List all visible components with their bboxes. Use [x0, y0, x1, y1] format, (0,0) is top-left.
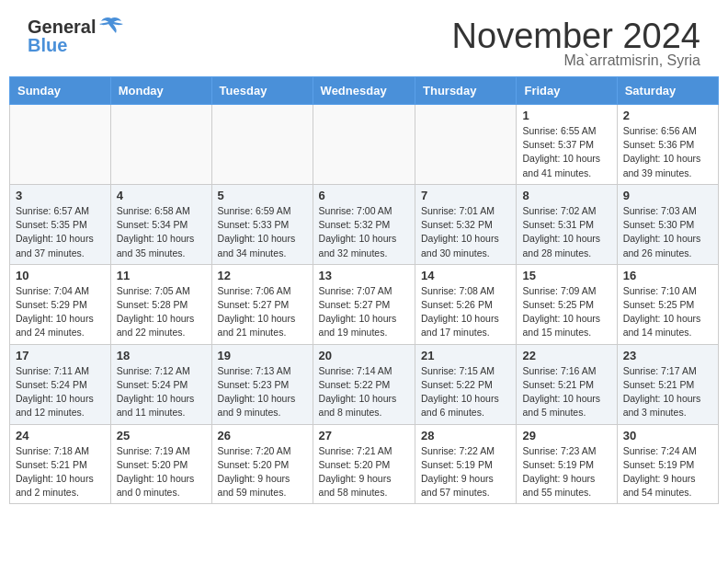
day-number: 10	[16, 269, 105, 282]
calendar-week-row: 3Sunrise: 6:57 AM Sunset: 5:35 PM Daylig…	[10, 184, 719, 264]
day-info: Sunrise: 7:18 AM Sunset: 5:21 PM Dayligh…	[16, 445, 94, 499]
table-row: 7Sunrise: 7:01 AM Sunset: 5:32 PM Daylig…	[415, 184, 517, 264]
day-info: Sunrise: 7:01 AM Sunset: 5:32 PM Dayligh…	[421, 205, 499, 259]
logo-bird-icon	[97, 17, 125, 37]
day-info: Sunrise: 7:02 AM Sunset: 5:31 PM Dayligh…	[522, 205, 600, 259]
logo-general: General	[28, 17, 96, 37]
day-info: Sunrise: 7:05 AM Sunset: 5:28 PM Dayligh…	[117, 285, 195, 339]
day-number: 12	[218, 269, 307, 282]
table-row: 5Sunrise: 6:59 AM Sunset: 5:33 PM Daylig…	[211, 184, 313, 264]
day-number: 9	[623, 189, 712, 202]
day-number: 15	[522, 269, 610, 282]
day-info: Sunrise: 7:04 AM Sunset: 5:29 PM Dayligh…	[16, 285, 94, 339]
day-info: Sunrise: 7:19 AM Sunset: 5:20 PM Dayligh…	[117, 445, 195, 499]
table-row: 25Sunrise: 7:19 AM Sunset: 5:20 PM Dayli…	[110, 424, 211, 504]
day-number: 23	[623, 349, 712, 362]
table-row: 4Sunrise: 6:58 AM Sunset: 5:34 PM Daylig…	[110, 184, 211, 264]
day-number: 11	[117, 269, 206, 282]
day-info: Sunrise: 7:20 AM Sunset: 5:20 PM Dayligh…	[218, 445, 291, 499]
day-number: 2	[623, 109, 712, 122]
table-row: 8Sunrise: 7:02 AM Sunset: 5:31 PM Daylig…	[517, 184, 617, 264]
table-row: 23Sunrise: 7:17 AM Sunset: 5:21 PM Dayli…	[617, 344, 718, 424]
table-row: 6Sunrise: 7:00 AM Sunset: 5:32 PM Daylig…	[313, 184, 415, 264]
table-row: 13Sunrise: 7:07 AM Sunset: 5:27 PM Dayli…	[313, 264, 415, 344]
table-row: 11Sunrise: 7:05 AM Sunset: 5:28 PM Dayli…	[110, 264, 211, 344]
day-info: Sunrise: 7:08 AM Sunset: 5:26 PM Dayligh…	[421, 285, 499, 339]
day-info: Sunrise: 7:10 AM Sunset: 5:25 PM Dayligh…	[623, 285, 701, 339]
day-info: Sunrise: 7:03 AM Sunset: 5:30 PM Dayligh…	[623, 205, 701, 259]
day-number: 5	[218, 189, 307, 202]
day-number: 29	[522, 429, 610, 442]
day-number: 8	[522, 189, 610, 202]
day-info: Sunrise: 7:09 AM Sunset: 5:25 PM Dayligh…	[522, 285, 600, 339]
table-row	[415, 105, 517, 185]
day-number: 7	[421, 189, 510, 202]
logo-blue: Blue	[28, 35, 125, 55]
calendar-header-thursday: Thursday	[415, 77, 517, 105]
table-row	[313, 105, 415, 185]
day-number: 24	[16, 429, 105, 442]
day-number: 17	[16, 349, 105, 362]
title-area: November 2024 Ma`arratmisrin, Syria	[452, 17, 700, 69]
day-info: Sunrise: 7:13 AM Sunset: 5:23 PM Dayligh…	[218, 365, 296, 419]
calendar-week-row: 17Sunrise: 7:11 AM Sunset: 5:24 PM Dayli…	[10, 344, 719, 424]
day-info: Sunrise: 7:14 AM Sunset: 5:22 PM Dayligh…	[319, 365, 397, 419]
day-number: 26	[218, 429, 307, 442]
table-row: 3Sunrise: 6:57 AM Sunset: 5:35 PM Daylig…	[10, 184, 111, 264]
day-info: Sunrise: 7:22 AM Sunset: 5:19 PM Dayligh…	[421, 445, 495, 499]
table-row: 10Sunrise: 7:04 AM Sunset: 5:29 PM Dayli…	[10, 264, 111, 344]
day-info: Sunrise: 7:16 AM Sunset: 5:21 PM Dayligh…	[522, 365, 600, 419]
month-title: November 2024	[452, 17, 700, 56]
table-row: 2Sunrise: 6:56 AM Sunset: 5:36 PM Daylig…	[617, 105, 718, 185]
table-row: 29Sunrise: 7:23 AM Sunset: 5:19 PM Dayli…	[517, 424, 617, 504]
day-number: 22	[522, 349, 610, 362]
calendar-header-saturday: Saturday	[617, 77, 718, 105]
day-number: 25	[117, 429, 206, 442]
table-row	[10, 105, 111, 185]
calendar-week-row: 24Sunrise: 7:18 AM Sunset: 5:21 PM Dayli…	[10, 424, 719, 504]
table-row: 15Sunrise: 7:09 AM Sunset: 5:25 PM Dayli…	[517, 264, 617, 344]
calendar-header-tuesday: Tuesday	[211, 77, 313, 105]
table-row: 22Sunrise: 7:16 AM Sunset: 5:21 PM Dayli…	[517, 344, 617, 424]
table-row: 9Sunrise: 7:03 AM Sunset: 5:30 PM Daylig…	[617, 184, 718, 264]
day-info: Sunrise: 6:55 AM Sunset: 5:37 PM Dayligh…	[522, 125, 600, 178]
day-number: 16	[623, 269, 712, 282]
table-row: 17Sunrise: 7:11 AM Sunset: 5:24 PM Dayli…	[10, 344, 111, 424]
table-row: 26Sunrise: 7:20 AM Sunset: 5:20 PM Dayli…	[211, 424, 313, 504]
day-number: 4	[117, 189, 206, 202]
calendar-header-wednesday: Wednesday	[313, 77, 415, 105]
calendar-header-friday: Friday	[517, 77, 617, 105]
table-row	[211, 105, 313, 185]
day-info: Sunrise: 7:06 AM Sunset: 5:27 PM Dayligh…	[218, 285, 296, 339]
table-row: 12Sunrise: 7:06 AM Sunset: 5:27 PM Dayli…	[211, 264, 313, 344]
day-number: 1	[522, 109, 610, 122]
table-row: 27Sunrise: 7:21 AM Sunset: 5:20 PM Dayli…	[313, 424, 415, 504]
day-info: Sunrise: 7:17 AM Sunset: 5:21 PM Dayligh…	[623, 365, 701, 419]
logo-text-area: General Blue	[28, 17, 125, 55]
table-row: 30Sunrise: 7:24 AM Sunset: 5:19 PM Dayli…	[617, 424, 718, 504]
day-number: 20	[319, 349, 409, 362]
day-info: Sunrise: 7:21 AM Sunset: 5:20 PM Dayligh…	[319, 445, 392, 499]
table-row: 1Sunrise: 6:55 AM Sunset: 5:37 PM Daylig…	[517, 105, 617, 185]
table-row: 14Sunrise: 7:08 AM Sunset: 5:26 PM Dayli…	[415, 264, 517, 344]
day-number: 27	[319, 429, 409, 442]
table-row	[110, 105, 211, 185]
table-row: 20Sunrise: 7:14 AM Sunset: 5:22 PM Dayli…	[313, 344, 415, 424]
calendar-header-monday: Monday	[110, 77, 211, 105]
day-number: 14	[421, 269, 510, 282]
day-number: 28	[421, 429, 510, 442]
day-info: Sunrise: 7:23 AM Sunset: 5:19 PM Dayligh…	[522, 445, 596, 499]
table-row: 21Sunrise: 7:15 AM Sunset: 5:22 PM Dayli…	[415, 344, 517, 424]
calendar-header-sunday: Sunday	[10, 77, 111, 105]
day-info: Sunrise: 6:57 AM Sunset: 5:35 PM Dayligh…	[16, 205, 94, 259]
calendar-table: SundayMondayTuesdayWednesdayThursdayFrid…	[9, 76, 719, 504]
header: General Blue November 2024 Ma`arratmisri…	[0, 0, 728, 76]
day-info: Sunrise: 7:11 AM Sunset: 5:24 PM Dayligh…	[16, 365, 94, 419]
day-number: 30	[623, 429, 712, 442]
calendar-week-row: 10Sunrise: 7:04 AM Sunset: 5:29 PM Dayli…	[10, 264, 719, 344]
table-row: 24Sunrise: 7:18 AM Sunset: 5:21 PM Dayli…	[10, 424, 111, 504]
day-number: 21	[421, 349, 510, 362]
day-info: Sunrise: 6:59 AM Sunset: 5:33 PM Dayligh…	[218, 205, 296, 259]
day-number: 3	[16, 189, 105, 202]
day-number: 6	[319, 189, 409, 202]
